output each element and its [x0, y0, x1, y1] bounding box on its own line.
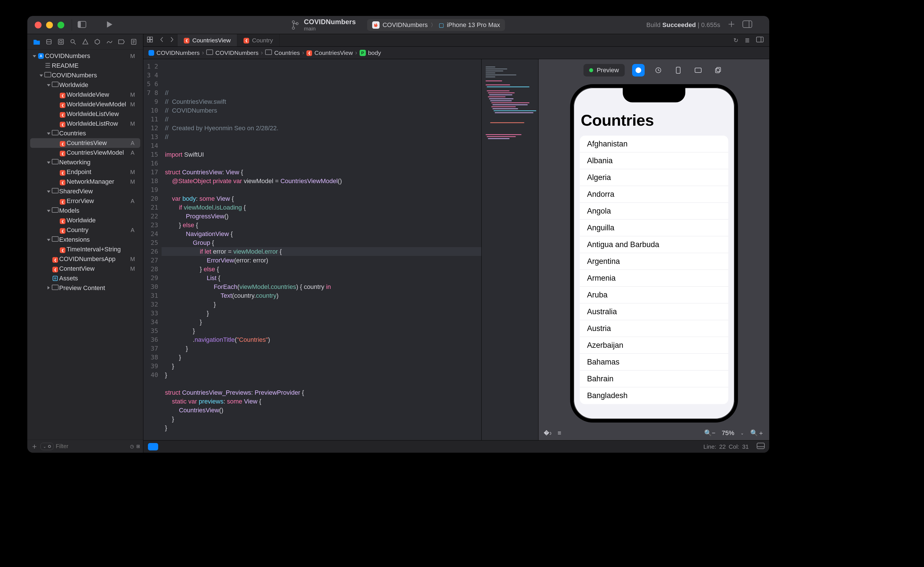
- list-item[interactable]: Albania: [580, 152, 728, 169]
- preview-status[interactable]: Preview: [583, 64, 624, 76]
- tree-row[interactable]: Networking: [30, 158, 140, 167]
- add-button[interactable]: [728, 21, 735, 30]
- tree-row[interactable]: Models: [30, 206, 140, 216]
- list-item[interactable]: Afghanistan: [580, 136, 728, 152]
- zoom-out-button[interactable]: 🔍−: [704, 429, 715, 437]
- list-item[interactable]: Bangladesh: [580, 387, 728, 404]
- tree-row[interactable]: SharedView: [30, 186, 140, 196]
- zoom-menu-chevron-icon[interactable]: ⌄: [741, 431, 744, 435]
- report-navigator-tab[interactable]: [129, 38, 138, 46]
- project-branch[interactable]: COVIDNumbers main: [291, 18, 356, 31]
- tree-row[interactable]: WorldwideViewModelM: [30, 99, 140, 109]
- history-back-button[interactable]: [159, 36, 164, 44]
- tree-row[interactable]: ErrorViewA: [30, 196, 140, 206]
- tree-row[interactable]: ☰README: [30, 61, 140, 70]
- list-item[interactable]: Armenia: [580, 270, 728, 286]
- tree-row[interactable]: NetworkManagerM: [30, 177, 140, 186]
- close-window-button[interactable]: [35, 22, 42, 28]
- duplicate-preview-button[interactable]: [712, 64, 724, 76]
- tree-row[interactable]: Worldwide: [30, 216, 140, 225]
- list-item[interactable]: Aruba: [580, 286, 728, 303]
- tree-row[interactable]: ACOVIDNumbersM: [30, 51, 140, 61]
- list-item[interactable]: Anguilla: [580, 219, 728, 236]
- symbol-navigator-tab[interactable]: [57, 38, 65, 46]
- minimize-window-button[interactable]: [46, 22, 53, 28]
- related-items-button[interactable]: [147, 36, 153, 44]
- run-button[interactable]: [106, 21, 113, 29]
- scheme-selector[interactable]: COVIDNumbers 〉 ▢ iPhone 13 Pro Max: [367, 19, 505, 31]
- tree-row[interactable]: Worldwide: [30, 80, 140, 90]
- tree-row[interactable]: Assets: [30, 273, 140, 283]
- pin-preview-button[interactable]: �ා: [544, 429, 551, 437]
- minimap[interactable]: [481, 59, 538, 440]
- live-preview-button[interactable]: [632, 64, 645, 76]
- list-item[interactable]: Azerbaijan: [580, 337, 728, 354]
- tree-row[interactable]: COVIDNumbersAppM: [30, 254, 140, 264]
- refresh-icon[interactable]: ↻: [733, 37, 739, 44]
- filter-scope-button[interactable]: ⌄: [41, 443, 54, 450]
- folder-icon: [51, 188, 59, 195]
- toggle-navigator-button[interactable]: [78, 21, 86, 29]
- list-item[interactable]: Australia: [580, 303, 728, 320]
- crumb-1[interactable]: COVIDNumbers: [215, 50, 258, 56]
- tree-row[interactable]: Preview Content: [30, 283, 140, 293]
- list-item[interactable]: Bahamas: [580, 354, 728, 370]
- code-text[interactable]: //// CountriesView.swift// COVIDNumbers/…: [162, 59, 481, 440]
- tree-row[interactable]: WorldwideViewM: [30, 90, 140, 99]
- adjust-layout-button[interactable]: [756, 37, 763, 44]
- list-item[interactable]: Austria: [580, 320, 728, 337]
- list-item[interactable]: Argentina: [580, 253, 728, 270]
- library-button[interactable]: [742, 21, 752, 30]
- zoom-window-button[interactable]: [57, 22, 64, 28]
- list-item[interactable]: Algeria: [580, 169, 728, 186]
- scm-filter-button[interactable]: ⊞: [136, 444, 140, 449]
- preview-settings-button[interactable]: ≡: [557, 429, 561, 437]
- preview-variants-button[interactable]: [692, 64, 705, 76]
- tree-row[interactable]: Extensions: [30, 235, 140, 244]
- issue-navigator-tab[interactable]: [81, 38, 90, 46]
- list-item[interactable]: Angola: [580, 203, 728, 219]
- list-item[interactable]: Bahrain: [580, 370, 728, 387]
- tree-label: NetworkManager: [66, 178, 129, 185]
- toggle-debug-area-button[interactable]: [757, 443, 765, 450]
- tree-row[interactable]: EndpointM: [30, 167, 140, 177]
- test-navigator-tab[interactable]: [93, 38, 102, 46]
- jump-bar[interactable]: COVIDNumbers COVIDNumbers Countries Coun…: [143, 46, 769, 59]
- debug-navigator-tab[interactable]: [105, 38, 114, 46]
- tree-row[interactable]: CountryA: [30, 225, 140, 235]
- preview-on-device-button[interactable]: [672, 64, 685, 76]
- device-stage[interactable]: Countries AfghanistanAlbaniaAlgeriaAndor…: [538, 81, 769, 426]
- selectable-preview-button[interactable]: [652, 64, 664, 76]
- find-navigator-tab[interactable]: [69, 38, 77, 46]
- list-item[interactable]: Antigua and Barbuda: [580, 236, 728, 253]
- editor-options-button[interactable]: ≣: [745, 37, 750, 44]
- breakpoint-navigator-tab[interactable]: [117, 38, 126, 46]
- project-tree[interactable]: ACOVIDNumbersM☰READMECOVIDNumbersWorldwi…: [27, 50, 143, 440]
- debug-bubble-icon[interactable]: [148, 443, 158, 450]
- recent-filter-button[interactable]: ◷: [130, 444, 134, 449]
- tree-row[interactable]: Countries: [30, 129, 140, 138]
- tree-row[interactable]: WorldwideListView: [30, 109, 140, 119]
- tree-row[interactable]: CountriesViewModelA: [30, 148, 140, 158]
- source-control-navigator-tab[interactable]: [45, 38, 53, 46]
- source-editor[interactable]: 1 2 3 4 5 6 7 8 9 10 11 12 13 14 15 16 1…: [143, 59, 538, 440]
- crumb-3[interactable]: CountriesView: [314, 50, 353, 56]
- project-navigator-tab[interactable]: [32, 38, 41, 46]
- add-target-button[interactable]: ＋: [31, 441, 38, 451]
- crumb-2[interactable]: Countries: [274, 50, 300, 56]
- tree-row[interactable]: ContentViewM: [30, 264, 140, 273]
- editor-tab[interactable]: Country: [237, 34, 279, 46]
- history-forward-button[interactable]: [170, 36, 174, 44]
- zoom-in-button[interactable]: 🔍＋: [750, 429, 764, 437]
- tree-row[interactable]: TimeInterval+String: [30, 244, 140, 254]
- list-item[interactable]: Andorra: [580, 186, 728, 203]
- crumb-0[interactable]: COVIDNumbers: [156, 50, 200, 56]
- crumb-4[interactable]: body: [368, 50, 381, 56]
- editor-tab[interactable]: CountriesView: [177, 34, 237, 46]
- tree-row[interactable]: WorldwideListRowM: [30, 119, 140, 129]
- filter-field[interactable]: [56, 443, 128, 450]
- preview-list[interactable]: AfghanistanAlbaniaAlgeriaAndorraAngolaAn…: [580, 136, 728, 404]
- zoom-level[interactable]: 75%: [722, 429, 734, 437]
- tree-row[interactable]: CountriesViewA: [30, 138, 140, 148]
- tree-row[interactable]: COVIDNumbers: [30, 70, 140, 80]
